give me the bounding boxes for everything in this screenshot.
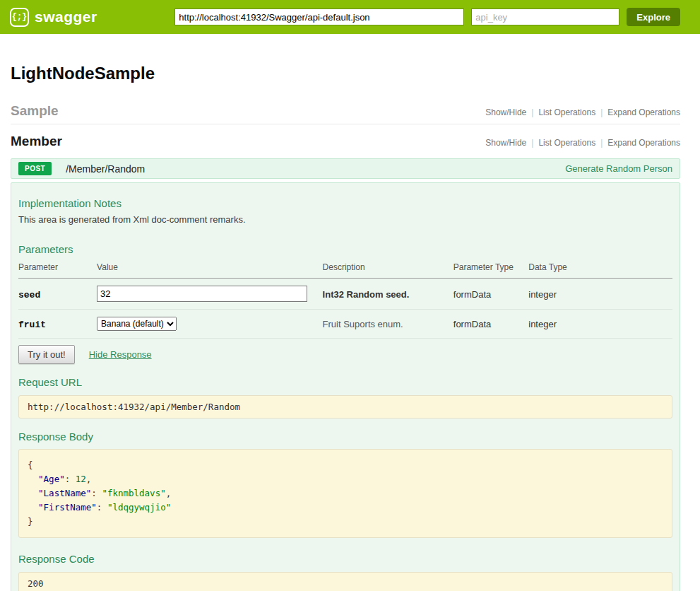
operation-heading: POST /Member/Random Generate Random Pers…: [11, 158, 680, 179]
actions-row: Try it out! Hide Response: [18, 345, 672, 364]
data-type: integer: [528, 319, 557, 329]
operation-path[interactable]: /Member/Random: [66, 163, 145, 175]
swagger-logo-icon: {;}: [10, 8, 29, 27]
response-code-heading: Response Code: [18, 553, 672, 565]
parameter-type: formData: [453, 289, 491, 300]
column-header-parameter: Parameter: [18, 261, 97, 279]
parameters-table: Parameter Value Description Parameter Ty…: [18, 261, 672, 339]
list-operations-link[interactable]: List Operations: [538, 138, 595, 148]
link-separator: |: [595, 107, 607, 117]
resource-title-sample[interactable]: Sample: [11, 103, 59, 119]
explore-form: Explore: [174, 8, 680, 26]
resource-title-member[interactable]: Member: [11, 134, 62, 149]
show-hide-link[interactable]: Show/Hide: [485, 138, 526, 148]
parameters-table-header-row: Parameter Value Description Parameter Ty…: [18, 261, 672, 279]
implementation-notes-heading: Implementation Notes: [18, 197, 672, 209]
api-key-input[interactable]: [471, 8, 619, 25]
hide-response-link[interactable]: Hide Response: [89, 349, 152, 360]
brand-title: swagger: [35, 8, 97, 25]
parameter-description: Fruit Suports enum.: [323, 319, 403, 329]
parameter-name: seed: [18, 290, 40, 300]
response-body-pre: { "Age": 12, "LastName": "fknmbldavs", "…: [18, 449, 672, 538]
try-it-out-button[interactable]: Try it out!: [18, 345, 75, 364]
parameter-description: Int32 Random seed.: [323, 289, 410, 300]
parameter-type: formData: [453, 319, 491, 329]
post-method-badge[interactable]: POST: [18, 162, 52, 175]
api-title: LightNodeSample: [11, 64, 680, 83]
implementation-notes-text: This area is generated from Xml doc-comm…: [18, 214, 672, 225]
request-url-value: http://localhost:41932/api/Member/Random: [18, 395, 672, 419]
parameter-row-fruit: fruit Banana (default) Fruit Suports enu…: [18, 310, 672, 339]
parameter-name: fruit: [18, 320, 46, 330]
seed-value-input[interactable]: [97, 286, 307, 302]
column-header-description: Description: [323, 261, 453, 279]
list-operations-link[interactable]: List Operations: [538, 107, 595, 117]
explore-button[interactable]: Explore: [627, 8, 680, 26]
resource-row-member: Member Show/Hide | List Operations | Exp…: [11, 134, 680, 149]
expand-operations-link[interactable]: Expand Operations: [607, 138, 680, 148]
spec-url-input[interactable]: [174, 8, 464, 25]
response-code-value: 200: [18, 572, 672, 591]
column-header-value: Value: [97, 261, 322, 279]
column-header-data-type: Data Type: [528, 261, 672, 279]
parameter-row-seed: seed Int32 Random seed. formData integer: [18, 279, 672, 310]
page-content: LightNodeSample Sample Show/Hide | List …: [0, 64, 700, 591]
request-url-heading: Request URL: [18, 376, 672, 388]
link-separator: |: [595, 138, 607, 148]
resource-links-member: Show/Hide | List Operations | Expand Ope…: [485, 138, 680, 148]
link-separator: |: [526, 107, 538, 117]
fruit-value-select[interactable]: Banana (default): [97, 317, 177, 331]
operation-content-panel: Implementation Notes This area is genera…: [11, 182, 680, 591]
top-header-bar: {;} swagger Explore: [0, 0, 700, 34]
resource-row-sample: Sample Show/Hide | List Operations | Exp…: [11, 103, 680, 124]
show-hide-link[interactable]: Show/Hide: [485, 107, 526, 117]
data-type: integer: [528, 289, 557, 300]
column-header-parameter-type: Parameter Type: [453, 261, 528, 279]
expand-operations-link[interactable]: Expand Operations: [607, 107, 680, 117]
parameters-heading: Parameters: [18, 243, 672, 255]
resource-links-sample: Show/Hide | List Operations | Expand Ope…: [485, 107, 680, 117]
operation-summary-link[interactable]: Generate Random Person: [565, 163, 672, 174]
response-body-heading: Response Body: [18, 431, 672, 443]
swagger-brand[interactable]: {;} swagger: [10, 8, 97, 27]
link-separator: |: [526, 138, 538, 148]
